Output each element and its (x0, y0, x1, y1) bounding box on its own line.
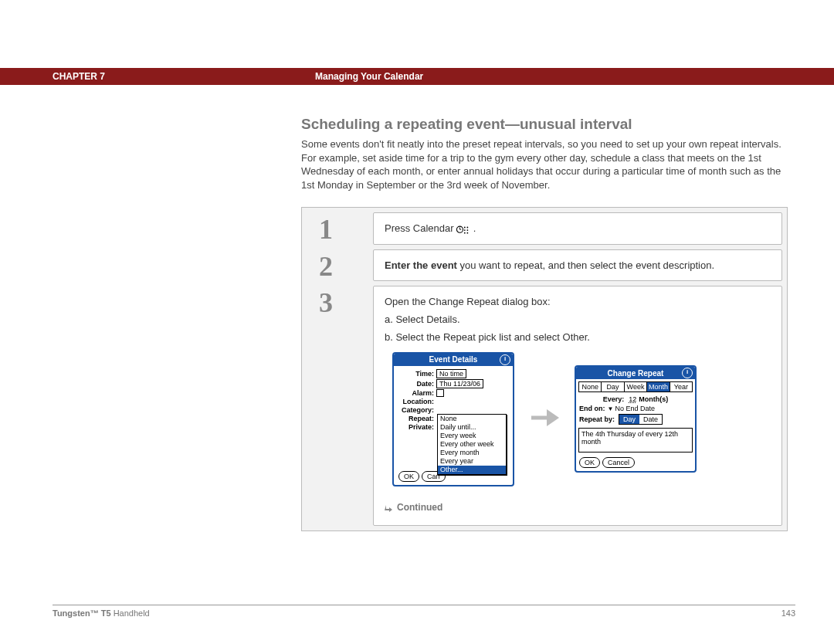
ed-date-label: Date: (397, 380, 436, 388)
change-repeat-titlebar: Change Repeat i (576, 367, 695, 379)
step-2-rest: you want to repeat, and then select the … (457, 259, 714, 271)
step-1-body: Press Calendar . (373, 212, 782, 245)
step-1: 1 Press Calendar . (307, 212, 782, 245)
cr-tab-year[interactable]: Year (670, 382, 692, 391)
dropdown-icon[interactable]: ▼ (608, 405, 614, 412)
ed-alarm-checkbox[interactable] (436, 389, 444, 397)
cr-every-unit: Month(s) (639, 395, 668, 403)
cr-endon-row: End on: ▼ No End Date (576, 404, 695, 413)
footer-page: 143 (781, 608, 795, 618)
arrow-right-icon (530, 406, 559, 432)
repeat-opt-month[interactable]: Every month (438, 449, 506, 457)
cr-cancel-button[interactable]: Cancel (602, 457, 635, 468)
repeat-opt-year[interactable]: Every year (438, 457, 506, 466)
change-repeat-window: Change Repeat i None Day Week Month Year… (575, 365, 697, 473)
cr-endon-value[interactable]: No End Date (615, 405, 655, 412)
ed-row-location: Location: (397, 398, 510, 405)
svg-point-3 (464, 226, 466, 228)
ed-private-label: Private: (397, 423, 436, 431)
ed-row-time: Time: No time (397, 369, 510, 378)
info-icon[interactable]: i (682, 368, 693, 378)
repeat-opt-none[interactable]: None (438, 415, 506, 423)
event-details-body: Time: No time Date: Thu 11/23/06 Alarm: (394, 366, 513, 435)
continued-label: Continued (397, 502, 442, 513)
cr-tab-none[interactable]: None (579, 382, 602, 391)
cr-every-label: Every: (603, 395, 625, 403)
cr-every-row: Every: 12 Month(s) (576, 395, 695, 404)
step-3-number: 3 (307, 286, 373, 317)
svg-marker-10 (547, 409, 559, 426)
step-2-bold: Enter the event (385, 259, 457, 271)
cr-tab-month[interactable]: Month (647, 382, 670, 391)
step-3-line1: Open the Change Repeat dialog box: (385, 296, 771, 307)
cr-endon-label: End on: (579, 405, 605, 412)
footer-product-bold: Tungsten™ T5 (53, 608, 111, 618)
ed-row-date: Date: Thu 11/23/06 (397, 379, 510, 388)
step-3-a: a. Select Details. (385, 314, 771, 325)
chapter-label: CHAPTER 7 (0, 71, 315, 82)
step-3-body: Open the Change Repeat dialog box: a. Se… (373, 286, 782, 526)
ed-category-label: Category: (397, 406, 436, 414)
cr-every-value[interactable]: 12 (629, 395, 636, 403)
ed-row-alarm: Alarm: (397, 389, 510, 397)
continued-arrow-icon (385, 503, 392, 511)
ed-location-label: Location: (397, 398, 436, 405)
step-3-b: b. Select the Repeat pick list and selec… (385, 331, 771, 343)
cr-ok-button[interactable]: OK (579, 457, 600, 468)
continued-row: Continued (385, 502, 771, 513)
step-3: 3 Open the Change Repeat dialog box: a. … (307, 286, 782, 526)
ed-alarm-label: Alarm: (397, 389, 436, 397)
repeat-opt-daily[interactable]: Daily until... (438, 423, 506, 432)
ed-repeat-label: Repeat: (397, 415, 436, 422)
step-1-text-pre: Press Calendar (385, 222, 456, 234)
step-2: 2 Enter the event you want to repeat, an… (307, 249, 782, 281)
ed-date-value[interactable]: Thu 11/23/06 (436, 379, 483, 388)
main-content: Scheduling a repeating event—unusual int… (301, 116, 788, 531)
ed-row-category: Category: (397, 406, 510, 414)
event-details-window: Event Details i Time: No time Date: Thu … (392, 352, 514, 486)
cr-tab-day[interactable]: Day (602, 382, 624, 391)
svg-point-6 (467, 229, 469, 231)
repeat-popup: None Daily until... Every week Every oth… (437, 414, 507, 475)
cr-repeatby-toggle: Day Date (619, 414, 663, 425)
cr-tab-week[interactable]: Week (625, 382, 647, 391)
step-1-number: 1 (307, 212, 373, 243)
cr-tabs: None Day Week Month Year (578, 381, 693, 392)
repeat-opt-other[interactable]: Other... (438, 466, 506, 474)
repeat-opt-week[interactable]: Every week (438, 432, 506, 440)
screenshots-row: Event Details i Time: No time Date: Thu … (392, 352, 771, 486)
footer-product: Tungsten™ T5 Handheld (53, 608, 150, 618)
ed-time-value[interactable]: No time (436, 369, 466, 378)
footer-product-rest: Handheld (111, 608, 150, 618)
cr-repeatby-date[interactable]: Date (639, 415, 662, 424)
calendar-icon (456, 224, 470, 235)
svg-point-7 (464, 232, 466, 234)
svg-point-8 (467, 232, 469, 234)
change-repeat-title: Change Repeat (608, 369, 664, 378)
cr-repeatby-row: Repeat by: Day Date (576, 413, 695, 425)
event-details-title: Event Details (429, 355, 478, 364)
repeat-opt-otherweek[interactable]: Every other week (438, 440, 506, 449)
info-icon[interactable]: i (500, 354, 510, 365)
svg-point-4 (467, 226, 469, 228)
cr-repeatby-day[interactable]: Day (619, 415, 639, 424)
ed-ok-button[interactable]: OK (398, 471, 419, 482)
step-1-text-post: . (473, 222, 476, 234)
cr-repeatby-label: Repeat by: (579, 415, 615, 423)
page-footer: Tungsten™ T5 Handheld 143 (53, 605, 795, 618)
chapter-header: CHAPTER 7 Managing Your Calendar (0, 68, 834, 85)
step-2-body: Enter the event you want to repeat, and … (373, 249, 782, 281)
chapter-title: Managing Your Calendar (315, 71, 423, 82)
steps-container: 1 Press Calendar . (301, 207, 788, 531)
ed-time-label: Time: (397, 370, 436, 378)
event-details-titlebar: Event Details i (394, 354, 513, 366)
section-heading: Scheduling a repeating event—unusual int… (301, 116, 788, 133)
section-intro: Some events don't fit neatly into the pr… (301, 137, 788, 192)
cr-button-row: OK Cancel (576, 457, 695, 471)
step-2-number: 2 (307, 249, 373, 280)
cr-summary: The 4th Thursday of every 12th month (578, 428, 693, 452)
svg-point-5 (464, 229, 466, 231)
